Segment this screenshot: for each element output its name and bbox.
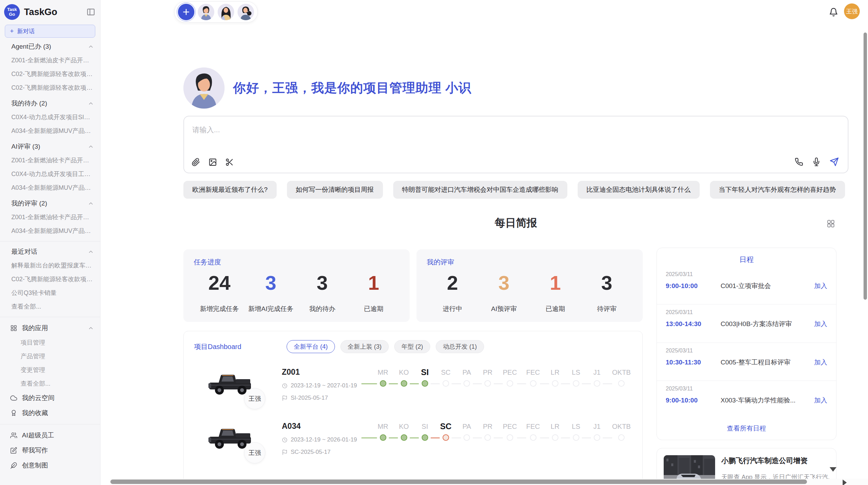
sidebar-item-label: 我的收藏	[22, 409, 48, 418]
suggestion-chip[interactable]: 比亚迪全固态电池计划具体说了什么	[578, 181, 700, 199]
join-button[interactable]: 加入	[814, 282, 827, 290]
stat-new-completed: 24 新增完成任务	[194, 272, 245, 313]
sidebar-item[interactable]: C0X4-动力总成开发项目SI里程碑提交物检查	[0, 110, 100, 124]
sidebar-item[interactable]: C02-飞腾新能源轻客改款项目立项汇报方案	[0, 81, 100, 95]
milestone-dot	[530, 380, 537, 387]
app-logo: Task Go	[4, 4, 20, 20]
filter-model-year[interactable]: 年型 (2)	[394, 340, 430, 353]
sidebar-item-help-me-write[interactable]: 帮我写作	[0, 443, 100, 458]
sidebar-item-favorites[interactable]: 我的收藏	[0, 406, 100, 421]
recent-chat-item[interactable]: C02-飞腾新能源轻客改款项目的闭环通告反馈情况	[0, 272, 100, 286]
schedule-card: 日程 2025/03/11 9:00-10:00 C001-立项审批会 加入 2…	[656, 248, 836, 440]
sidebar-item-project-mgmt[interactable]: 项目管理	[0, 336, 100, 349]
sidebar-item[interactable]: Z001-全新燃油轻卡产品开发项目SI造型提交物评审	[0, 153, 100, 167]
sidebar-collapse-icon[interactable]	[86, 8, 95, 16]
join-button[interactable]: 加入	[814, 320, 827, 328]
milestone-dot	[573, 380, 579, 387]
stat-label: 我的待办	[297, 304, 348, 313]
milestone-node: PA	[461, 421, 473, 441]
microphone-icon[interactable]	[812, 158, 821, 166]
sidebar-item-creative-drawing[interactable]: 创意制图	[0, 458, 100, 473]
filter-all-new-platform[interactable]: 全新平台 (4)	[287, 340, 335, 353]
project-row[interactable]: 王强 A034 2023-12-19 ~ 2026-01-19 SC-2025-…	[184, 421, 642, 456]
section-title: AI评审 (3)	[11, 142, 88, 151]
section-header-my-todo[interactable]: 我的待办 (2)	[0, 97, 100, 110]
view-all-schedule-link[interactable]: 查看所有日程	[657, 419, 836, 440]
section-header-recent-chats[interactable]: 最近对话	[0, 245, 100, 259]
recent-chats-view-all[interactable]: 查看全部...	[0, 300, 100, 313]
milestone-node: MR	[377, 421, 389, 441]
sidebar-item[interactable]: Z001-全新燃油轻卡产品开发项目SI节点属性5D文件评审	[0, 210, 100, 224]
project-name: Z001	[282, 368, 361, 377]
phone-call-icon[interactable]	[795, 158, 803, 166]
cloud-icon	[10, 395, 17, 401]
suggestion-chip[interactable]: 欧洲新规最近颁布了什么?	[183, 181, 277, 199]
sidebar-item[interactable]: C02-飞腾新能源轻客改款项目里程碑画布	[0, 67, 100, 81]
schedule-event[interactable]: 2025/03/11 10:30-11:30 C005-整车工程目标评审 加入	[657, 343, 836, 381]
logo-text-top: Task	[7, 7, 17, 12]
milestone-dot	[484, 380, 491, 387]
assistant-avatar-3[interactable]	[238, 4, 254, 20]
project-row[interactable]: 王强 Z001 2023-12-19 ~ 2027-01-19 SI-2025-…	[184, 367, 642, 402]
schedule-event[interactable]: 2025/03/11 9:00-10:00 X003-车辆动力学性能验... 加…	[657, 381, 836, 419]
filter-new-body[interactable]: 全新上装 (3)	[340, 340, 389, 353]
scroll-down-arrow-icon[interactable]	[830, 467, 836, 472]
notification-bell-icon[interactable]	[829, 8, 838, 17]
milestone-node: PA	[461, 367, 473, 387]
milestone-segment	[451, 437, 461, 438]
suggestion-chip[interactable]: 如何写一份清晰的项目周报	[287, 181, 383, 199]
sidebar-item-label: AI超级员工	[22, 431, 54, 440]
vertical-scrollbar[interactable]	[864, 33, 867, 300]
sidebar-item-change-mgmt[interactable]: 变更管理	[0, 363, 100, 377]
sidebar-item-cloud-space[interactable]: 我的云空间	[0, 390, 100, 406]
sidebar-item[interactable]: C0X4-动力总成开发项目工程变更评审	[0, 167, 100, 181]
image-icon[interactable]	[208, 158, 217, 166]
attachment-icon[interactable]	[192, 158, 200, 166]
suggestion-chip[interactable]: 当下年轻人对汽车外观有怎样的喜好趋势	[710, 181, 845, 199]
suggestion-chip[interactable]: 特朗普可能对进口汽车增税会对中国车企造成哪些影响	[393, 181, 567, 199]
section-header-agent-done[interactable]: Agent已办 (3)	[0, 40, 100, 53]
sidebar-item[interactable]: Z001-全新燃油皮卡产品开发项目SI节点Lesson Learn报告	[0, 53, 100, 67]
assistant-avatar-1[interactable]	[198, 4, 214, 20]
schedule-event[interactable]: 2025/03/11 13:00-14:30 C003|H0B-方案冻结评审 加…	[657, 304, 836, 342]
sidebar-item-product-mgmt[interactable]: 产品管理	[0, 349, 100, 363]
sidebar-item[interactable]: A034-全新新能源MUV产品开发项目法规符合性评审	[0, 181, 100, 195]
milestone-node: OKTB	[612, 367, 631, 387]
recent-chat-item[interactable]: 公司Q3轻卡销量	[0, 286, 100, 300]
recent-chat-item[interactable]: 解释最新出台的欧盟报废车法规再生塑料比例被调至15%...	[0, 259, 100, 272]
schedule-event[interactable]: 2025/03/11 9:00-10:00 C001-立项审批会 加入	[657, 266, 836, 304]
section-header-ai-review[interactable]: AI评审 (3)	[0, 140, 100, 153]
section-header-my-review[interactable]: 我的评审 (2)	[0, 197, 100, 210]
chat-input[interactable]	[192, 125, 740, 134]
send-icon[interactable]	[830, 157, 839, 166]
page: Task Go TaskGo + 新对话 Agent已办 (3) Z001-全新…	[0, 0, 868, 485]
join-button[interactable]: 加入	[814, 358, 827, 367]
stat-label: 进行中	[427, 304, 478, 313]
sidebar-item-ai-super-staff[interactable]: AI超级员工	[0, 428, 100, 443]
horizontal-scrollbar[interactable]	[110, 480, 807, 484]
apps-view-all[interactable]: 查看全部...	[0, 377, 100, 390]
milestone-dot	[507, 434, 513, 441]
suggestion-chips: 欧洲新规最近颁布了什么? 如何写一份清晰的项目周报 特朗普可能对进口汽车增税会对…	[183, 181, 852, 199]
scroll-right-arrow-icon[interactable]	[843, 480, 847, 485]
plus-icon	[182, 8, 191, 16]
join-button[interactable]: 加入	[814, 396, 827, 405]
user-avatar[interactable]: 王强	[844, 3, 860, 19]
horizontal-scrollbar-track[interactable]	[110, 479, 868, 485]
stat-value: 3	[245, 272, 297, 294]
add-assistant-button[interactable]	[178, 4, 194, 20]
milestone-dot	[463, 380, 470, 387]
scissors-icon[interactable]	[225, 158, 234, 166]
dashboard-filters: 全新平台 (4) 全新上装 (3) 年型 (2) 动总开发 (1)	[287, 340, 484, 353]
sidebar-item[interactable]: A034-全新新能源MUV产品开发项目造型可行性评审	[0, 224, 100, 238]
new-chat-button[interactable]: + 新对话	[5, 25, 95, 38]
event-name: C005-整车工程目标评审	[721, 358, 809, 367]
milestone-node: OKTB	[612, 421, 631, 441]
assistant-avatar-2[interactable]	[218, 4, 234, 20]
briefing-layout-grid-icon[interactable]	[826, 219, 835, 228]
section-header-my-apps[interactable]: 我的应用	[0, 321, 100, 336]
event-time: 10:30-11:30	[666, 359, 721, 366]
sidebar-item[interactable]: A034-全新新能源MUV产品开发项目计划变更表编写	[0, 124, 100, 138]
section-title: 最近对话	[11, 247, 88, 256]
filter-powertrain[interactable]: 动总开发 (1)	[436, 340, 484, 353]
